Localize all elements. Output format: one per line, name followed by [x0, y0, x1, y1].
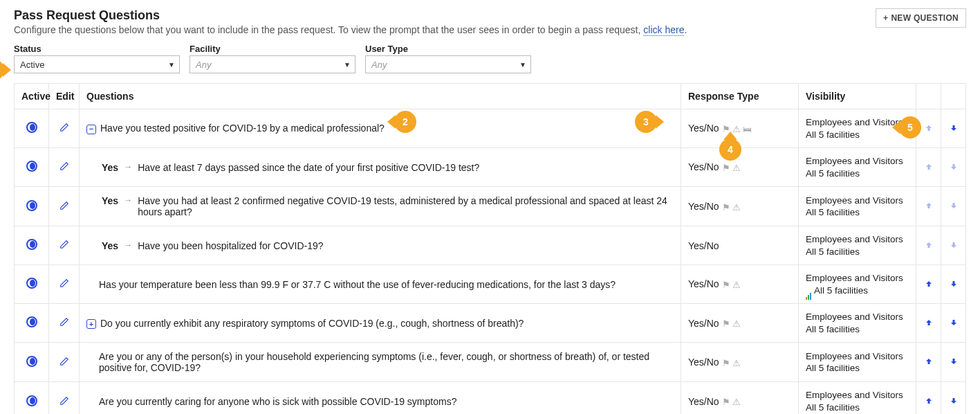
warning-icon: ⚠: [732, 318, 741, 329]
edit-icon[interactable]: [59, 123, 69, 134]
arrow-right-icon: →: [124, 162, 132, 172]
table-row: Are you or any of the person(s) in your …: [15, 343, 966, 382]
question-text: Have at least 7 days passed since the da…: [138, 162, 479, 173]
edit-icon[interactable]: [59, 357, 69, 368]
move-down-button[interactable]: [950, 357, 958, 368]
response-type: Yes/No: [688, 278, 719, 289]
new-question-label: NEW QUESTION: [891, 13, 959, 23]
move-down-button[interactable]: [950, 162, 958, 173]
edit-icon[interactable]: [59, 278, 69, 290]
col-move-down: [941, 84, 966, 109]
subtitle-suffix: .: [684, 24, 687, 35]
response-type: Yes/No: [688, 201, 719, 212]
facility-placeholder: Any: [196, 60, 211, 70]
status-value: Active: [20, 60, 44, 70]
active-toggle[interactable]: [26, 316, 37, 327]
flag-icon: ⚑: [722, 163, 730, 173]
col-visibility: Visibility: [799, 84, 916, 109]
question-text: Have you tested positive for COVID-19 by…: [100, 123, 385, 134]
callout-1: 1: [0, 59, 4, 81]
move-down-button[interactable]: [950, 279, 958, 290]
edit-icon[interactable]: [59, 396, 69, 408]
move-up-button[interactable]: [925, 240, 933, 251]
col-questions: Questions: [80, 84, 681, 109]
question-text: Have you been hospitalized for COVID-19?: [138, 240, 323, 251]
col-move-up: [916, 84, 941, 109]
response-type: Yes/No: [688, 161, 719, 172]
move-down-button[interactable]: [950, 201, 958, 212]
usertype-label: User Type: [365, 44, 531, 54]
bar-chart-icon: [806, 287, 813, 294]
move-up-button[interactable]: [925, 279, 933, 290]
warning-icon: ⚠: [732, 280, 741, 290]
arrow-right-icon: →: [124, 240, 132, 250]
move-up-button[interactable]: [925, 396, 933, 407]
question-text: Have you had at least 2 confirmed negati…: [138, 195, 674, 217]
edit-icon[interactable]: [59, 240, 69, 251]
question-text: Do you currently exhibit any respiratory…: [100, 318, 524, 329]
move-up-button[interactable]: [925, 162, 933, 173]
move-up-button[interactable]: [925, 123, 933, 134]
bed-icon: 🛏: [743, 124, 752, 134]
flag-icon: ⚑: [722, 358, 730, 368]
active-toggle[interactable]: [26, 200, 37, 211]
questions-table: Active Edit Questions Response Type Visi…: [14, 83, 966, 414]
callout-4: 4: [719, 138, 741, 161]
active-toggle[interactable]: [26, 161, 37, 172]
caret-down-icon: ▼: [168, 61, 175, 69]
usertype-select[interactable]: Any ▼: [365, 55, 531, 73]
move-up-button[interactable]: [925, 201, 933, 212]
table-row: Yes→Have you had at least 2 confirmed ne…: [15, 187, 966, 226]
visibility-audience: Employees and Visitors: [806, 272, 909, 285]
callout-5: 5: [899, 116, 921, 138]
active-toggle[interactable]: [26, 122, 37, 133]
page-subtitle: Configure the questions below that you w…: [14, 24, 876, 35]
collapse-icon[interactable]: −: [86, 125, 96, 134]
table-row: −Have you tested positive for COVID-19 b…: [15, 109, 966, 148]
facility-label: Facility: [189, 44, 355, 54]
move-down-button[interactable]: [950, 396, 958, 407]
move-up-button[interactable]: [925, 357, 933, 368]
visibility-scope: All 5 facilities: [806, 206, 909, 219]
flag-icon: ⚑: [722, 280, 730, 290]
edit-icon[interactable]: [59, 201, 69, 213]
col-edit: Edit: [49, 84, 80, 109]
click-here-link[interactable]: click here: [643, 24, 684, 36]
move-down-button[interactable]: [950, 318, 958, 329]
visibility-audience: Employees and Visitors: [806, 195, 909, 207]
active-toggle[interactable]: [26, 278, 37, 289]
visibility-audience: Employees and Visitors: [806, 311, 909, 323]
move-up-button[interactable]: [925, 318, 933, 329]
new-question-button[interactable]: + NEW QUESTION: [876, 8, 966, 28]
active-toggle[interactable]: [26, 356, 37, 367]
response-type: Yes/No: [688, 123, 719, 134]
flag-icon: ⚑: [722, 318, 730, 329]
response-type: Yes/No: [688, 240, 719, 251]
visibility-scope: All 5 facilities: [806, 285, 909, 297]
status-select[interactable]: Active ▼: [14, 55, 180, 73]
expand-icon[interactable]: +: [86, 319, 96, 329]
table-row: Are you currently caring for anyone who …: [15, 382, 966, 414]
subtitle-prefix: Configure the questions below that you w…: [14, 24, 643, 35]
edit-icon[interactable]: [59, 317, 69, 329]
warning-icon: ⚠: [732, 397, 741, 407]
edit-icon[interactable]: [59, 161, 69, 173]
table-row: Has your temperature been less than 99.9…: [15, 265, 966, 304]
answer-prefix: Yes: [102, 240, 118, 251]
table-row: Yes→Have at least 7 days passed since th…: [15, 148, 966, 187]
question-text: Has your temperature been less than 99.9…: [86, 279, 674, 290]
move-down-button[interactable]: [950, 123, 958, 134]
table-row: Yes→Have you been hospitalized for COVID…: [15, 226, 966, 265]
active-toggle[interactable]: [26, 239, 37, 250]
warning-icon: ⚠: [732, 202, 741, 213]
warning-icon: ⚠: [732, 358, 741, 368]
response-type: Yes/No: [688, 318, 719, 329]
question-text: Are you or any of the person(s) in your …: [86, 351, 674, 373]
facility-select[interactable]: Any ▼: [189, 55, 355, 73]
usertype-placeholder: Any: [371, 60, 387, 70]
visibility-scope: All 5 facilities: [806, 402, 909, 414]
col-active: Active: [15, 84, 49, 109]
visibility-scope: All 5 facilities: [806, 246, 909, 258]
move-down-button[interactable]: [950, 240, 958, 251]
active-toggle[interactable]: [26, 395, 37, 406]
